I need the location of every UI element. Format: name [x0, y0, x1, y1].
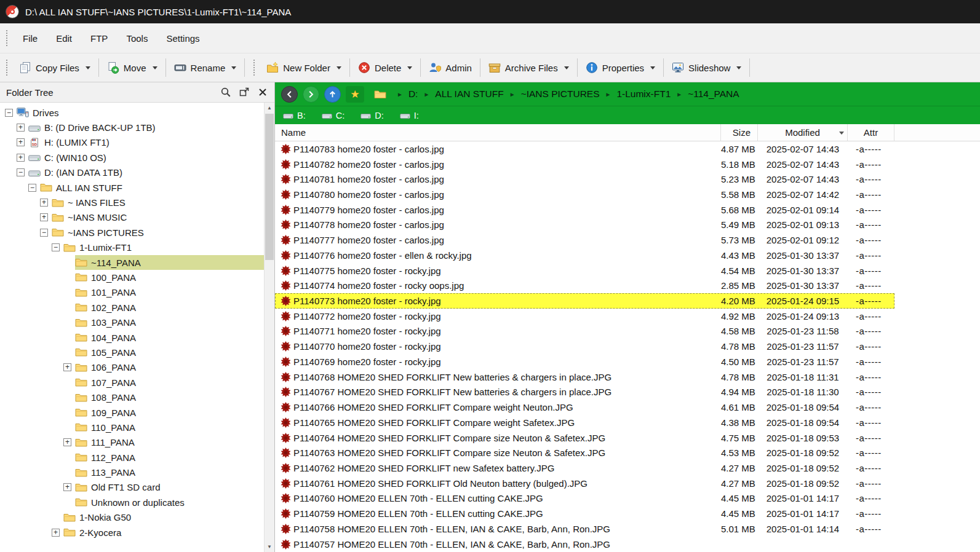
- file-row[interactable]: P1140761 HOME20 SHED FORKLIFT Old Neuton…: [275, 476, 894, 491]
- close-panel-icon[interactable]: [257, 87, 268, 98]
- tree-node[interactable]: 103_PANA: [75, 315, 264, 329]
- tree-expand-toggle[interactable]: +: [17, 154, 25, 162]
- tree-node[interactable]: 111_PANA: [75, 435, 264, 450]
- file-row[interactable]: P1140782 home20 foster - carlos.jpg5.18 …: [275, 157, 894, 172]
- file-row[interactable]: P1140768 HOME20 SHED FORKLIFT New batter…: [275, 369, 894, 385]
- menu-item-settings[interactable]: Settings: [157, 28, 209, 49]
- file-row[interactable]: P1140783 home20 foster - carlos.jpg4.87 …: [275, 141, 894, 157]
- file-row[interactable]: P1140772 home20 foster - rocky.jpg4.92 M…: [275, 309, 894, 324]
- tree-node[interactable]: D: (IAN DATA 1TB): [28, 165, 264, 180]
- tree-item-101-pana[interactable]: 101_PANA: [0, 285, 264, 300]
- column-header-modified[interactable]: Modified: [758, 124, 848, 141]
- file-row[interactable]: P1140770 home20 foster - rocky.jpg4.78 M…: [275, 339, 894, 354]
- file-row[interactable]: P1140780 home20 foster - carlos.jpg5.58 …: [275, 187, 894, 202]
- tree-node[interactable]: SDH: (LUMIX FT1): [28, 135, 264, 150]
- scrollbar-track[interactable]: [265, 261, 274, 542]
- file-row[interactable]: P1140776 home20 foster - ellen & rocky.j…: [275, 248, 894, 263]
- toolbar-group-grip[interactable]: [253, 60, 255, 76]
- tree-item-b-d-drive-back-up-1tb[interactable]: +B: (D Drive BACK-UP 1TB): [0, 120, 264, 135]
- tree-node[interactable]: Drives: [17, 105, 264, 120]
- file-row[interactable]: P1140773 home20 foster - rocky.jpg4.20 M…: [275, 293, 894, 309]
- tree-node[interactable]: 1-Lumix-FT1: [63, 240, 264, 255]
- tree-node[interactable]: C: (WIN10 OS): [28, 150, 264, 165]
- tree-node[interactable]: ~IANS PICTURES: [52, 225, 264, 240]
- tree-expand-toggle[interactable]: −: [5, 109, 13, 117]
- tree-node[interactable]: Old FT1 SD card: [75, 480, 264, 495]
- tree-item-102-pana[interactable]: 102_PANA: [0, 300, 264, 315]
- tree-node[interactable]: 101_PANA: [75, 285, 264, 300]
- file-row[interactable]: P1140760 HOME20 ELLEN 70th - ELLEN cutti…: [275, 491, 894, 507]
- tree-node[interactable]: 105_PANA: [75, 345, 264, 360]
- tree-item-111-pana[interactable]: +111_PANA: [0, 435, 264, 450]
- drive-button-c[interactable]: C:: [322, 111, 345, 120]
- file-row[interactable]: P1140778 home20 foster - carlos.jpg5.49 …: [275, 218, 894, 233]
- tree-item-c-win10-os[interactable]: +C: (WIN10 OS): [0, 150, 264, 165]
- scroll-down-icon[interactable]: ▼: [265, 542, 274, 552]
- file-row[interactable]: P1140766 HOME20 SHED FORKLIFT Compare we…: [275, 400, 894, 415]
- tree-expand-toggle[interactable]: −: [28, 184, 36, 192]
- back-button[interactable]: [281, 86, 298, 103]
- dropdown-arrow-icon[interactable]: [736, 66, 741, 69]
- toolbar-button-delete[interactable]: Delete: [353, 57, 418, 78]
- menu-item-file[interactable]: File: [14, 28, 47, 49]
- breadcrumb-segment-ians-pictures[interactable]: ~IANS PICTURES: [521, 89, 600, 100]
- tree-node[interactable]: 108_PANA: [75, 390, 264, 404]
- tree-expand-toggle[interactable]: −: [40, 229, 48, 237]
- tree-node[interactable]: 1-Nokia G50: [63, 510, 264, 525]
- dropdown-arrow-icon[interactable]: [231, 66, 236, 69]
- tree-scrollbar[interactable]: ▲ ▼: [264, 103, 274, 552]
- tree-node[interactable]: 109_PANA: [75, 405, 264, 420]
- toolbar-button-slideshow[interactable]: Slideshow: [666, 57, 747, 78]
- toolbar-button-move[interactable]: Move: [102, 57, 163, 78]
- tree-node[interactable]: 102_PANA: [75, 300, 264, 315]
- tree-expand-toggle[interactable]: +: [17, 124, 25, 132]
- file-row[interactable]: P1140781 home20 foster - carlos.jpg5.23 …: [275, 172, 894, 187]
- file-row[interactable]: P1140767 HOME20 SHED FORKLIFT New batter…: [275, 385, 894, 400]
- tree-item-107-pana[interactable]: 107_PANA: [0, 375, 264, 390]
- dropdown-arrow-icon[interactable]: [564, 66, 569, 69]
- tree-item-113-pana[interactable]: 113_PANA: [0, 465, 264, 479]
- dropdown-arrow-icon[interactable]: [650, 66, 655, 69]
- file-row[interactable]: P1140764 HOME20 SHED FORKLIFT Compare si…: [275, 430, 894, 446]
- dropdown-arrow-icon[interactable]: [337, 66, 341, 69]
- file-row[interactable]: P1140763 HOME20 SHED FORKLIFT Compare si…: [275, 445, 894, 460]
- scroll-up-icon[interactable]: ▲: [265, 103, 274, 113]
- column-header-name[interactable]: Name: [275, 124, 721, 141]
- tree-node[interactable]: 110_PANA: [75, 420, 264, 435]
- tree-node[interactable]: ~114_PANA: [75, 255, 264, 270]
- tree-node[interactable]: 106_PANA: [75, 360, 264, 375]
- tree-node[interactable]: ALL IAN STUFF: [40, 180, 264, 195]
- tree-item-104-pana[interactable]: 104_PANA: [0, 330, 264, 345]
- tree-node[interactable]: 2-Kyocera: [63, 525, 264, 540]
- column-header-size[interactable]: Size: [721, 124, 758, 141]
- tree-item-ians-files[interactable]: +~ IANS FILES: [0, 195, 264, 210]
- tree-expand-toggle[interactable]: −: [52, 243, 60, 251]
- file-row[interactable]: P1140769 home20 foster - rocky.jpg4.50 M…: [275, 354, 894, 369]
- file-row[interactable]: P1140765 HOME20 SHED FORKLIFT Compare we…: [275, 415, 894, 430]
- tree-item-old-ft1-sd-card[interactable]: +Old FT1 SD card: [0, 480, 264, 495]
- tree-item-110-pana[interactable]: 110_PANA: [0, 420, 264, 435]
- tree-node[interactable]: 112_PANA: [75, 450, 264, 465]
- file-row[interactable]: P1140775 home20 foster - rocky.jpg4.54 M…: [275, 263, 894, 278]
- dropdown-arrow-icon[interactable]: [407, 66, 412, 69]
- tree-expand-toggle[interactable]: +: [40, 213, 48, 221]
- toolbar-grip[interactable]: [6, 60, 7, 76]
- menu-item-tools[interactable]: Tools: [117, 28, 157, 49]
- tree-item-1-lumix-ft1[interactable]: −1-Lumix-FT1: [0, 240, 264, 255]
- tree-expand-toggle[interactable]: +: [40, 199, 48, 207]
- dropdown-arrow-icon[interactable]: [153, 66, 157, 69]
- file-row[interactable]: P1140771 home20 foster - rocky.jpg4.58 M…: [275, 324, 894, 339]
- tree-node[interactable]: ~ IANS FILES: [52, 195, 264, 210]
- tree-expand-toggle[interactable]: +: [63, 483, 71, 491]
- tree-item-114-pana[interactable]: ~114_PANA: [0, 255, 264, 270]
- file-row[interactable]: P1140779 home20 foster - carlos.jpg5.68 …: [275, 202, 894, 218]
- toolbar-button-copy-files[interactable]: Copy Files: [14, 57, 96, 78]
- undock-panel-icon[interactable]: [239, 87, 250, 98]
- scrollbar-thumb[interactable]: [265, 114, 274, 260]
- tree-expand-toggle[interactable]: +: [52, 529, 60, 537]
- tree-item-112-pana[interactable]: 112_PANA: [0, 450, 264, 465]
- tree-item-108-pana[interactable]: 108_PANA: [0, 390, 264, 404]
- tree-item-109-pana[interactable]: 109_PANA: [0, 405, 264, 420]
- tree-item-103-pana[interactable]: 103_PANA: [0, 315, 264, 329]
- tree-item-2-kyocera[interactable]: +2-Kyocera: [0, 525, 264, 540]
